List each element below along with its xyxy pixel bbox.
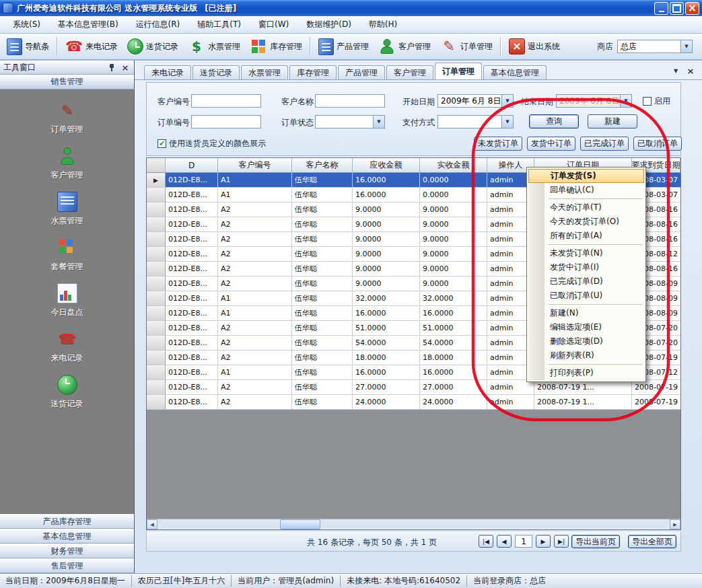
status-filter-button[interactable]: 未发货订单 — [474, 137, 522, 151]
toolbar-button[interactable]: 来电记录 — [61, 36, 122, 57]
context-menu-item[interactable]: 所有的订单(A) — [528, 229, 644, 243]
menu-item[interactable]: 帮助(H) — [360, 16, 406, 33]
sidebar-item[interactable]: 客户管理 — [51, 146, 83, 181]
sidebar-group-bar[interactable]: 产品库存管理 — [0, 514, 134, 529]
toolbar-button[interactable]: 水票管理 — [184, 36, 244, 57]
toolbar-button[interactable]: 客户管理 — [374, 36, 435, 57]
context-menu-item[interactable]: 今天的发货订单(O) — [528, 215, 644, 229]
sidebar-group-sales[interactable]: 销售管理 — [0, 75, 134, 89]
customer-name-input[interactable] — [315, 94, 385, 108]
context-menu-item[interactable]: 刷新列表(R) — [528, 348, 644, 363]
toolbar-button[interactable]: 库存管理 — [246, 36, 306, 57]
table-row[interactable]: 012D-E8... A2 伍华聪 27.0000 27.0000 admin … — [147, 380, 680, 395]
scrollbar-thumb[interactable] — [280, 519, 320, 529]
context-menu-item[interactable]: 删除选定项(D) — [528, 334, 644, 348]
column-header-id[interactable]: D — [166, 158, 218, 173]
row-selector-cell[interactable] — [147, 306, 166, 321]
row-selector-cell[interactable] — [147, 232, 166, 247]
status-filter-button[interactable]: 已完成订单 — [580, 137, 629, 151]
column-header-customer-name[interactable]: 客户名称 — [292, 158, 353, 173]
column-header-customer-no[interactable]: 客户编号 — [218, 158, 292, 173]
start-date-picker[interactable]: 2009年 6月 8日 — [437, 94, 514, 108]
status-filter-button[interactable]: 发货中订单 — [527, 137, 575, 151]
row-selector-cell[interactable] — [147, 351, 166, 365]
tab[interactable]: 水票管理 — [241, 65, 288, 79]
toolbar-button[interactable]: 导航条 — [3, 36, 53, 57]
table-row[interactable]: 012D-E8... A2 伍华聪 24.0000 24.0000 admin … — [147, 395, 680, 410]
chevron-down-icon[interactable] — [680, 40, 692, 52]
horizontal-scrollbar[interactable] — [147, 519, 680, 529]
store-select[interactable]: 总店 — [617, 40, 693, 53]
scroll-right-icon[interactable] — [670, 519, 680, 529]
sidebar-item[interactable]: 送货记录 — [51, 375, 83, 410]
scrollbar-track[interactable] — [157, 519, 670, 529]
pay-method-select[interactable] — [437, 115, 514, 128]
toolbar-button[interactable]: 送货记录 — [123, 36, 182, 57]
context-menu-item[interactable]: 订单发货(S) — [528, 169, 644, 183]
toolbar-button[interactable] — [57, 37, 58, 56]
tab[interactable]: 客户管理 — [386, 65, 433, 79]
toolbar-button[interactable] — [500, 37, 501, 56]
next-page-button[interactable]: ▶ — [536, 535, 551, 548]
customer-no-input[interactable] — [191, 94, 261, 108]
menu-item[interactable]: 窗口(W) — [250, 16, 297, 33]
row-selector-cell[interactable] — [147, 188, 166, 203]
row-selector-cell[interactable] — [147, 247, 166, 262]
close-icon[interactable] — [686, 66, 695, 75]
menu-item[interactable]: 数据维护(D) — [297, 16, 360, 33]
sidebar-item[interactable]: 订单管理 — [51, 100, 83, 135]
context-menu-item[interactable]: 打印列表(P) — [528, 366, 644, 380]
query-button[interactable]: 查询 — [529, 114, 579, 128]
chevron-down-icon[interactable] — [501, 95, 513, 107]
toolbar-button[interactable]: 订单管理 — [436, 36, 497, 57]
sidebar-item[interactable]: 今日盘点 — [51, 283, 83, 318]
scroll-left-icon[interactable] — [147, 519, 157, 529]
sidebar-group-bar[interactable]: 售后管理 — [0, 558, 134, 573]
row-selector-cell[interactable] — [147, 203, 166, 217]
chevron-down-icon[interactable] — [671, 66, 680, 75]
column-header-receivable[interactable]: 应收金额 — [353, 158, 420, 173]
maximize-button[interactable] — [670, 2, 684, 15]
sidebar-group-bar[interactable]: 基本信息管理 — [0, 529, 134, 544]
tab[interactable]: 基本信息管理 — [483, 65, 547, 79]
row-selector-cell[interactable] — [147, 365, 166, 380]
chevron-down-icon[interactable] — [501, 116, 513, 128]
prev-page-button[interactable]: ◀ — [497, 535, 512, 548]
row-selector-cell[interactable] — [147, 336, 166, 351]
sidebar-item[interactable]: 套餐管理 — [51, 237, 83, 272]
end-date-picker[interactable]: 2009年 6月 8日 — [556, 94, 632, 108]
color-display-checkbox[interactable]: 使用送货员定义的颜色展示 — [157, 138, 266, 149]
context-menu-item[interactable]: 编辑选定项(E) — [528, 320, 644, 334]
context-menu-item[interactable]: 未发货订单(N) — [528, 246, 644, 260]
context-menu-item[interactable]: 已取消订单(U) — [528, 289, 644, 303]
pin-icon[interactable] — [106, 63, 117, 73]
order-no-input[interactable] — [191, 115, 261, 128]
sidebar-item[interactable]: 来电记录 — [51, 329, 83, 364]
row-selector-cell[interactable] — [147, 291, 166, 306]
menu-item[interactable]: 运行信息(R) — [127, 16, 189, 33]
sidebar-group-bar[interactable]: 财务管理 — [0, 544, 134, 558]
tab[interactable]: 库存管理 — [289, 65, 337, 79]
new-button[interactable]: 新建 — [588, 114, 637, 128]
enable-checkbox[interactable]: 启用 — [643, 96, 670, 107]
close-button[interactable] — [685, 2, 699, 15]
menu-item[interactable]: 辅助工具(T) — [188, 16, 250, 33]
row-selector-cell[interactable] — [147, 262, 166, 277]
tab[interactable]: 产品管理 — [338, 65, 385, 79]
order-status-select[interactable] — [315, 115, 385, 128]
toolbar-button[interactable]: 退出系统 — [505, 36, 564, 57]
close-icon[interactable] — [120, 63, 131, 73]
row-selector-cell[interactable] — [147, 395, 166, 410]
row-selector-cell[interactable] — [147, 321, 166, 336]
menu-item[interactable]: 基本信息管理(B) — [49, 16, 127, 33]
chevron-down-icon[interactable] — [373, 116, 384, 128]
tab[interactable]: 来电记录 — [144, 65, 191, 79]
last-page-button[interactable]: ▶| — [554, 535, 569, 548]
toolbar-button[interactable] — [310, 37, 311, 56]
row-selector-cell[interactable] — [147, 277, 166, 291]
context-menu-item[interactable]: 已完成订单(D) — [528, 274, 644, 289]
row-selector-cell[interactable]: ▶ — [147, 173, 166, 188]
tab[interactable]: 送货记录 — [192, 65, 240, 79]
first-page-button[interactable]: |◀ — [479, 535, 493, 548]
context-menu-item[interactable]: 新建(N) — [528, 306, 644, 320]
